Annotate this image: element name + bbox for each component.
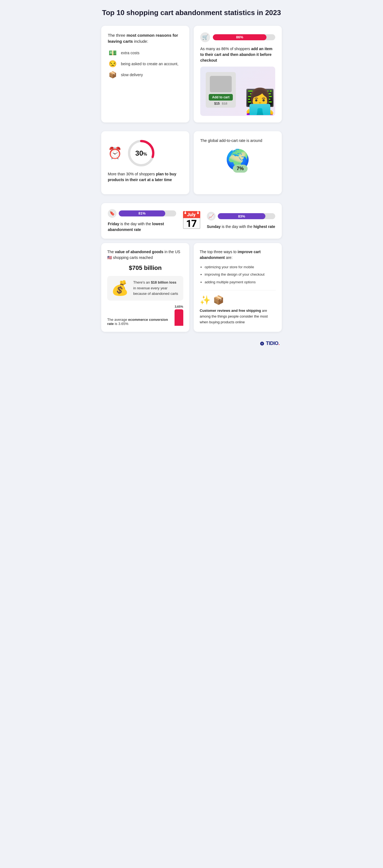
friday-bold: Friday bbox=[108, 222, 119, 226]
add-to-cart-button[interactable]: Add to cart bbox=[209, 94, 233, 100]
friday-fill: 81% bbox=[119, 210, 165, 216]
friday-track: 81% bbox=[119, 210, 176, 216]
friday-icon: 🔖 bbox=[108, 209, 116, 218]
improve-bold: improve cart abandonment bbox=[200, 250, 261, 260]
calendar-icon: 📅 bbox=[180, 210, 203, 231]
sunday-track: 83% bbox=[218, 213, 275, 219]
review-text: Customer reviews and free shipping are a… bbox=[200, 308, 276, 325]
price-2: $18 bbox=[222, 102, 227, 105]
sunday-text: Sunday is the day with the highest rate bbox=[207, 224, 275, 229]
value-title: The value of abandoned goods in the US 🇺… bbox=[107, 249, 183, 260]
tidio-icon: T bbox=[260, 341, 264, 346]
improve-item-2: improving the design of your checkout bbox=[205, 272, 276, 277]
extra-costs-icon: 💵 bbox=[108, 49, 118, 57]
sunday-stat-block: 📈 83% Sunday is the day with the highest… bbox=[207, 212, 275, 229]
shopping-image-area: Add to cart $15 $18 👩‍💻 bbox=[200, 67, 275, 116]
donut-symbol: % bbox=[143, 152, 147, 156]
stat-bold-86: add an item to their cart and then aband… bbox=[200, 46, 273, 62]
card-abandoned-value: The value of abandoned goods in the US 🇺… bbox=[101, 243, 189, 332]
bag-text: There's an $18 billion loss in revenue e… bbox=[133, 280, 179, 297]
card-global-add-to-cart: The global add-to-cart rate is around 🌍 … bbox=[194, 131, 282, 194]
sunday-icon: 📈 bbox=[207, 212, 216, 221]
card-86-percent: 🛒 86% As many as 86% of shoppers add an … bbox=[194, 26, 282, 122]
price-1: $15 bbox=[214, 102, 220, 105]
global-desc: The global add-to-cart rate is around bbox=[200, 138, 275, 144]
account-icon: 😒 bbox=[108, 60, 118, 68]
price-tags: $15 $18 bbox=[214, 102, 227, 105]
review-icons: ✨ 📦 bbox=[200, 295, 276, 305]
friday-stat-block: 🔖 81% Friday is the day with the lowest … bbox=[108, 209, 176, 232]
sunday-progress: 📈 83% bbox=[207, 212, 275, 221]
donut-chart: 30% bbox=[128, 140, 155, 167]
cart-icon: 🛒 bbox=[200, 32, 210, 42]
person-shopping-emoji: 👩‍💻 bbox=[245, 87, 275, 116]
progress-label-86: 86% bbox=[236, 35, 243, 39]
footer: T TIDIO. bbox=[101, 341, 282, 346]
stat-text-86: As many as 86% of shoppers add an item t… bbox=[200, 46, 275, 63]
card-common-reasons: The three most common reasons for leavin… bbox=[101, 26, 189, 122]
reason-text-2: being asked to create an account, bbox=[121, 62, 178, 66]
alarm-clock-icon: ⏰ bbox=[108, 146, 122, 160]
value-bold: value of abandoned goods bbox=[115, 250, 163, 254]
page-title: Top 10 shopping cart abandonment statist… bbox=[101, 8, 282, 18]
bag-area: 💰 There's an $18 billion loss in revenue… bbox=[107, 276, 183, 301]
progress-track-86: 86% bbox=[213, 34, 275, 40]
donut-area: ⏰ 30% bbox=[108, 140, 183, 167]
improve-item-3: adding multiple payment options bbox=[205, 279, 276, 285]
improve-list: optimizing your store for mobile improvi… bbox=[200, 265, 276, 285]
sunday-rate-bold: highest rate bbox=[253, 224, 275, 229]
conversion-area: The average ecommerce conversion rate is… bbox=[107, 305, 183, 326]
progress-bar-86: 🛒 86% bbox=[200, 32, 275, 42]
reason-item-1: 💵 extra costs bbox=[108, 49, 183, 57]
money-bag-icon: 💰 bbox=[111, 280, 129, 297]
donut-center: 30% bbox=[135, 149, 147, 157]
product-image-placeholder bbox=[210, 76, 232, 92]
global-percent-badge: 7% bbox=[233, 165, 248, 173]
loss-bold: $18 billion loss bbox=[151, 280, 176, 284]
big-amount: $705 billion bbox=[107, 265, 183, 272]
reason-text-1: extra costs bbox=[121, 51, 140, 55]
reason-text-3: slow delivery bbox=[121, 72, 143, 77]
improve-item-1: optimizing your store for mobile bbox=[205, 265, 276, 270]
globe-area: 🌍 7% bbox=[200, 148, 275, 171]
day-stats-row: 🔖 81% Friday is the day with the lowest … bbox=[101, 203, 282, 239]
customer-review-area: ✨ 📦 Customer reviews and free shipping a… bbox=[200, 290, 276, 325]
friday-text: Friday is the day with the lowest abando… bbox=[108, 221, 176, 232]
stat-bold-30: plan to buy products in their cart at a … bbox=[108, 172, 176, 182]
bar-shape bbox=[175, 309, 183, 326]
reasons-intro: The three most common reasons for leavin… bbox=[108, 32, 183, 45]
improve-title: The top three ways to improve cart aband… bbox=[200, 249, 276, 260]
card-improve: The top three ways to improve cart aband… bbox=[194, 243, 282, 332]
review-bold: Customer reviews and free shipping bbox=[200, 309, 261, 313]
sunday-fill: 83% bbox=[218, 213, 265, 219]
card-30-percent: ⏰ 30% More than 30% of shoppers plan to … bbox=[101, 131, 189, 194]
donut-percent: 30 bbox=[135, 149, 143, 157]
reasons-bold: most common reasons for leaving carts bbox=[108, 33, 178, 44]
stat-text-30: More than 30% of shoppers plan to buy pr… bbox=[108, 171, 183, 183]
reason-item-3: 📦 slow delivery bbox=[108, 71, 183, 79]
friday-percent: 81% bbox=[138, 211, 145, 215]
conv-bold: ecommerce conversion rate bbox=[107, 317, 168, 326]
progress-fill-86: 86% bbox=[213, 34, 267, 40]
delivery-icon: 📦 bbox=[108, 71, 118, 79]
sunday-percent: 83% bbox=[238, 214, 245, 218]
reason-item-2: 😒 being asked to create an account, bbox=[108, 60, 183, 68]
conversion-text: The average ecommerce conversion rate is… bbox=[107, 317, 170, 326]
bar-label: 3,65% bbox=[175, 305, 183, 308]
tidio-logo: TIDIO. bbox=[266, 341, 280, 346]
product-card-mockup: Add to cart $15 $18 bbox=[206, 72, 236, 108]
friday-progress: 🔖 81% bbox=[108, 209, 176, 218]
sunday-bold: Sunday bbox=[207, 224, 221, 229]
svg-text:T: T bbox=[261, 342, 263, 345]
bar-chart: 3,65% bbox=[175, 305, 183, 326]
